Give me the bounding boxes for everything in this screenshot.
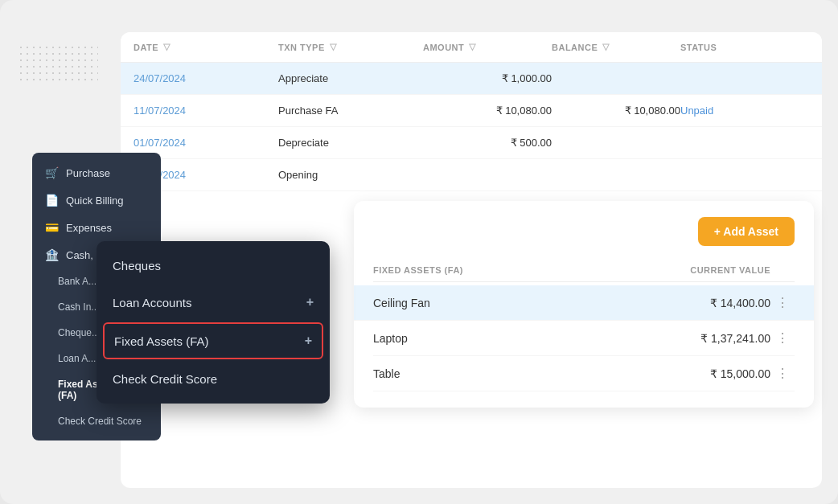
assets-panel: + Add Asset FIXED ASSETS (FA) CURRENT VA…	[354, 201, 814, 408]
cell-date-2: 11/07/2024	[134, 104, 278, 117]
asset-name-1: Ceiling Fan	[373, 297, 610, 309]
sidebar-item-quick-billing[interactable]: 📄 Quick Billing	[32, 186, 161, 214]
assets-panel-header: + Add Asset	[373, 217, 795, 246]
expenses-icon: 💳	[45, 221, 58, 234]
add-asset-button[interactable]: + Add Asset	[698, 217, 795, 246]
asset-row: Laptop ₹ 1,37,241.00 ⋮	[373, 321, 795, 356]
asset-value-1: ₹ 14,400.00	[610, 297, 770, 309]
cell-date-3: 01/07/2024	[134, 137, 278, 149]
cell-status-2: Unpaid	[680, 104, 777, 117]
cell-amount-1: ₹ 1,000.00	[423, 72, 552, 84]
dropdown-menu: Cheques Loan Accounts + Fixed Assets (FA…	[97, 241, 330, 404]
table-header: DATE ▽ TXN TYPE ▽ AMOUNT ▽ BALANCE ▽ STA…	[121, 32, 822, 63]
amount-filter-icon[interactable]: ▽	[469, 42, 476, 52]
col-txn-type: TXN TYPE ▽	[278, 42, 423, 52]
cell-amount-3: ₹ 500.00	[423, 137, 552, 149]
cell-txn-3: Depreciate	[278, 137, 423, 149]
sidebar-item-expenses[interactable]: 💳 Expenses	[32, 214, 161, 241]
assets-table-header: FIXED ASSETS (FA) CURRENT VALUE	[373, 259, 795, 282]
asset-row: Ceiling Fan ₹ 14,400.00 ⋮	[354, 285, 814, 321]
assets-col-name: FIXED ASSETS (FA)	[373, 265, 610, 275]
balance-filter-icon[interactable]: ▽	[602, 42, 610, 52]
asset-menu-1[interactable]: ⋮	[770, 295, 795, 310]
col-status: STATUS	[680, 42, 777, 52]
txn-filter-icon[interactable]: ▽	[330, 42, 337, 52]
cell-txn-1: Appreciate	[278, 72, 423, 84]
fixed-assets-plus-icon-dropdown[interactable]: +	[305, 334, 312, 348]
assets-col-value: CURRENT VALUE	[610, 265, 770, 275]
sidebar-item-credit-score[interactable]: Check Credit Score	[32, 408, 161, 434]
asset-menu-2[interactable]: ⋮	[770, 330, 795, 346]
sidebar-item-purchase[interactable]: 🛒 Purchase	[32, 159, 161, 186]
asset-value-3: ₹ 15,000.00	[610, 367, 770, 380]
main-container: DATE ▽ TXN TYPE ▽ AMOUNT ▽ BALANCE ▽ STA…	[0, 0, 838, 504]
dropdown-item-loan-accounts[interactable]: Loan Accounts +	[97, 284, 330, 321]
cell-amount-2: ₹ 10,080.00	[423, 104, 552, 117]
purchase-icon: 🛒	[45, 166, 58, 179]
dropdown-item-fixed-assets[interactable]: Fixed Assets (FA) +	[103, 322, 323, 359]
dropdown-item-check-credit[interactable]: Check Credit Score	[97, 361, 330, 397]
cell-txn-4: Opening	[278, 169, 423, 181]
asset-name-3: Table	[373, 367, 610, 380]
date-filter-icon[interactable]: ▽	[163, 42, 170, 52]
asset-value-2: ₹ 1,37,241.00	[610, 332, 770, 345]
table-row: 01/07/2024 Opening	[121, 159, 822, 191]
assets-col-action	[770, 265, 795, 275]
asset-menu-3[interactable]: ⋮	[770, 366, 795, 381]
loan-plus-icon[interactable]: +	[306, 295, 314, 309]
col-date: DATE ▽	[134, 42, 278, 52]
col-amount: AMOUNT ▽	[423, 42, 552, 52]
cell-balance-2: ₹ 10,080.00	[552, 104, 680, 117]
billing-icon: 📄	[45, 194, 58, 207]
table-row: 24/07/2024 Appreciate ₹ 1,000.00	[121, 63, 822, 95]
dot-grid-decoration	[18, 44, 98, 84]
table-row: 01/07/2024 Depreciate ₹ 500.00	[121, 127, 822, 159]
cell-date-1: 24/07/2024	[134, 72, 278, 84]
table-row: 11/07/2024 Purchase FA ₹ 10,080.00 ₹ 10,…	[121, 95, 822, 127]
col-balance: BALANCE ▽	[552, 42, 680, 52]
asset-name-2: Laptop	[373, 332, 610, 345]
asset-row: Table ₹ 15,000.00 ⋮	[373, 356, 795, 391]
cell-txn-2: Purchase FA	[278, 104, 423, 117]
cash-icon: 🏦	[45, 248, 58, 261]
dropdown-item-cheques[interactable]: Cheques	[97, 248, 330, 284]
